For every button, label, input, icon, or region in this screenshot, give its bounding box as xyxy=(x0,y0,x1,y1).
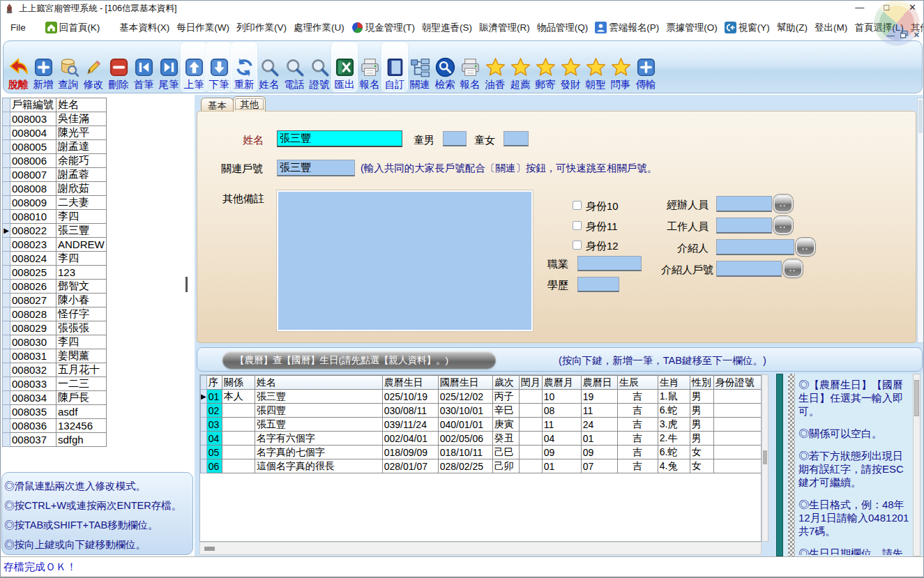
household-row[interactable]: 008031姜閔薰 xyxy=(3,349,107,363)
toolbar-button-姓名[interactable]: 姓名 xyxy=(257,43,282,91)
close-button[interactable]: ✕ xyxy=(909,2,916,13)
household-row[interactable]: 008037sdfgh xyxy=(3,433,107,447)
household-row[interactable]: 008003吳佳滿 xyxy=(3,112,107,126)
family-row[interactable]: 03張五豐039/11/24040/01/01庚寅1124吉3.虎男 xyxy=(201,418,762,432)
toolbar-button-查詢[interactable]: 查詢 xyxy=(56,43,81,91)
toolbar-button-證號[interactable]: 證號 xyxy=(307,43,332,91)
name-input[interactable]: 張三豐 xyxy=(277,130,402,147)
toolbar-button-脫離[interactable]: 脫離 xyxy=(6,43,31,91)
household-row[interactable]: 008005謝孟達 xyxy=(3,140,107,154)
household-row[interactable]: ▶008022張三豐 xyxy=(3,224,107,238)
toolbar-button-油香[interactable]: 油香 xyxy=(483,43,508,91)
menu-item[interactable]: 現金管理(T) xyxy=(348,20,418,36)
household-row[interactable]: 008010李四 xyxy=(3,210,107,224)
maximize-button[interactable]: □ xyxy=(884,2,889,13)
household-row[interactable]: 008009二夫妻 xyxy=(3,196,107,210)
household-row[interactable]: 008025123 xyxy=(3,266,107,280)
family-row[interactable]: 04名字有六個字002/04/01002/05/06癸丑0401吉2.牛男 xyxy=(201,432,762,446)
handler-lookup-button[interactable]: .. xyxy=(773,195,793,213)
menu-item[interactable]: 雲端報名(P) xyxy=(591,20,662,36)
toolbar-button-尾筆[interactable]: 尾筆 xyxy=(156,43,181,91)
lunar-gregorian-lookup-button[interactable]: 【農曆】查【國曆】生日(請先點選【親人資料】。) xyxy=(222,351,496,369)
household-row[interactable]: 008023ANDREW xyxy=(3,238,107,252)
household-row[interactable]: 008007謝孟蓉 xyxy=(3,168,107,182)
toolbar-button-新增[interactable]: 新增 xyxy=(31,43,56,91)
menu-item[interactable]: 列印作業(V) xyxy=(233,20,290,36)
household-row[interactable]: 008029張張張 xyxy=(3,321,107,335)
toolbar-button-上筆[interactable]: 上筆 xyxy=(181,43,206,91)
household-row[interactable]: 008027陳小春 xyxy=(3,294,107,307)
minimize-button[interactable]: — xyxy=(855,2,864,13)
toolbar-button-檢索[interactable]: 檢索 xyxy=(432,43,457,91)
family-table-vertical-scrollbar[interactable] xyxy=(762,374,768,542)
introducer-input[interactable] xyxy=(716,239,794,255)
household-row[interactable]: 008033一二三 xyxy=(3,377,107,391)
family-table-horizontal-scrollbar[interactable] xyxy=(199,542,762,555)
household-row[interactable]: 008034陳戶長 xyxy=(3,391,107,405)
introducer-household-input[interactable] xyxy=(716,261,782,277)
toolbar-button-超薦[interactable]: 超薦 xyxy=(508,43,533,91)
toolbar-button-匯出[interactable]: 匯出 xyxy=(332,43,357,91)
menu-item[interactable]: 幫助(Z) xyxy=(773,20,811,36)
introducer-lookup-button[interactable]: .. xyxy=(796,238,815,256)
menu-item[interactable]: 賑濟管理(R) xyxy=(476,20,533,36)
girl-input[interactable] xyxy=(503,131,529,146)
toolbar-button-傳輸[interactable]: 傳輸 xyxy=(633,43,658,91)
handler-input[interactable] xyxy=(716,196,772,212)
toolbar-button-首筆[interactable]: 首筆 xyxy=(131,43,156,91)
mdi-close-button[interactable]: ✕ xyxy=(914,31,920,40)
identity12-checkbox[interactable] xyxy=(573,241,582,250)
household-row[interactable]: 008024李四 xyxy=(3,252,107,266)
mdi-restore-button[interactable] xyxy=(900,31,908,40)
introducer-household-lookup-button[interactable]: .. xyxy=(783,259,803,277)
worker-lookup-button[interactable]: .. xyxy=(773,216,793,234)
family-row[interactable]: ▶01本人張三豐025/10/19025/12/02丙子1019吉1.鼠男 xyxy=(201,390,762,404)
toolbar-button-郵寄[interactable]: 郵寄 xyxy=(533,43,558,91)
tab-basic[interactable]: 基本 xyxy=(201,98,234,112)
menu-item[interactable]: 登出(M) xyxy=(811,20,851,36)
household-row[interactable]: 008035asdf xyxy=(3,405,107,419)
mdi-minimize-button[interactable]: — xyxy=(887,31,895,40)
worker-input[interactable] xyxy=(716,218,772,234)
toolbar-button-重新[interactable]: 重新 xyxy=(232,43,257,91)
family-row[interactable]: 05名字真的七個字018/09/09018/10/11己巳0909吉6.蛇女 xyxy=(201,446,762,459)
household-row[interactable]: 008008謝欣茹 xyxy=(3,182,107,196)
right-hints-scrollbar[interactable] xyxy=(913,374,921,556)
identity10-checkbox[interactable] xyxy=(573,201,582,210)
panel-splitter-handle[interactable] xyxy=(185,277,188,292)
household-row[interactable]: 008032五月花十 xyxy=(3,363,107,377)
menu-item[interactable]: 票據管理(O) xyxy=(662,20,721,36)
menu-item[interactable]: 基本資料(X) xyxy=(116,20,173,36)
toolbar-button-問事[interactable]: 問事 xyxy=(608,43,633,91)
toolbar-button-自訂[interactable]: 自訂 xyxy=(382,43,407,91)
menu-item[interactable]: 處理作業(U) xyxy=(290,20,348,36)
household-row[interactable]: 008030李四 xyxy=(3,335,107,349)
related-household-input[interactable]: 張三豐 xyxy=(277,160,355,176)
menu-item[interactable]: 視窗(Y) xyxy=(721,20,773,36)
education-input[interactable] xyxy=(577,277,619,292)
household-row[interactable]: 008006余能巧 xyxy=(3,154,107,168)
occupation-input[interactable] xyxy=(577,256,642,271)
menu-item[interactable]: 回首頁(K) xyxy=(42,20,104,36)
memo-textarea[interactable] xyxy=(277,190,533,331)
form-vertical-scrollbar[interactable] xyxy=(917,98,924,343)
household-row[interactable]: 008026鄧智文 xyxy=(3,280,107,294)
toolbar-button-修改[interactable]: 修改 xyxy=(81,43,106,91)
toolbar-button-電話[interactable]: 電話 xyxy=(282,43,307,91)
toolbar-button-發財[interactable]: 發財 xyxy=(558,43,583,91)
toolbar-button-下筆[interactable]: 下筆 xyxy=(206,43,232,91)
toolbar-button-刪除[interactable]: 刪除 xyxy=(106,43,131,91)
menu-item[interactable]: 每日作業(W) xyxy=(173,20,233,36)
menu-item[interactable]: 物品管理(Q) xyxy=(533,20,592,36)
identity11-checkbox[interactable] xyxy=(573,221,582,230)
household-row[interactable]: 008004陳光平 xyxy=(3,126,107,140)
family-row[interactable]: 06這個名字真的很長028/01/07028/02/25己卯0107吉4.兔女 xyxy=(201,459,762,473)
toolbar-button-報名[interactable]: 報名 xyxy=(357,43,382,91)
menu-item[interactable]: 朝聖進香(S) xyxy=(418,20,476,36)
menu-item[interactable]: File xyxy=(7,20,29,36)
household-row[interactable]: 008028怪仔字 xyxy=(3,307,107,321)
family-row[interactable]: 02張四豐030/08/11030/10/01辛巳0811吉6.蛇男 xyxy=(201,404,762,418)
panel-divider-bar[interactable] xyxy=(776,374,783,556)
toolbar-button-報名[interactable]: 報名 xyxy=(457,43,483,91)
boy-input[interactable] xyxy=(443,131,467,146)
